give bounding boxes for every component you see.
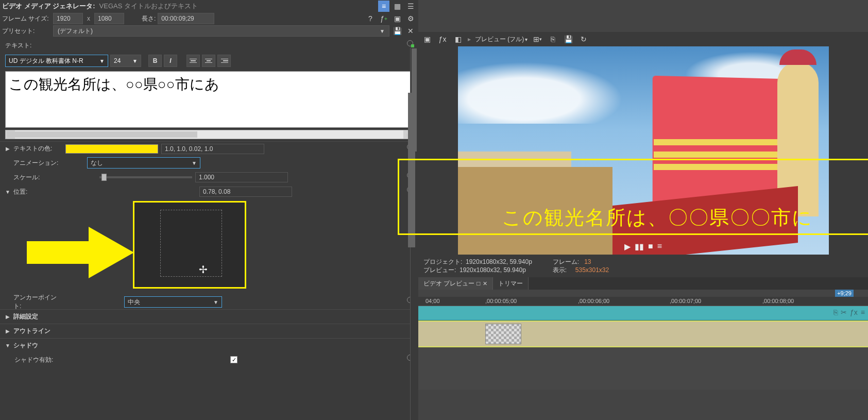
preview-label: プレビュー:	[423, 266, 456, 274]
timeline-track-header[interactable]: ⎘ ✂ ƒx ≡	[418, 306, 868, 321]
preview-info-bar: プロジェクト: 1920x1080x32, 59.940p プレビュー: 192…	[418, 255, 868, 277]
shadow-enable-row: シャドウ有効: ✓	[0, 352, 418, 367]
event-thumbnail	[485, 324, 521, 344]
play-icon[interactable]: ▶	[624, 242, 631, 251]
grid-icon[interactable]: ⊞ ▾	[532, 33, 543, 45]
timeline-marker-bar: +9;29	[418, 290, 868, 297]
preset-label: プリセット:	[2, 27, 51, 36]
bold-button[interactable]: B	[148, 55, 162, 67]
anchor-dropdown[interactable]: 中央 ▼	[124, 296, 222, 308]
split-icon[interactable]: ◧	[452, 33, 464, 45]
view-tree-icon[interactable]: ☰	[405, 1, 416, 12]
position-row: ▼ 位置: 0.78, 0.08	[0, 184, 418, 199]
expand-icon[interactable]: ▶	[5, 146, 10, 152]
preset-dropdown[interactable]: (デフォルト) ▼	[53, 25, 389, 37]
frame-width-input[interactable]	[53, 13, 83, 24]
text-color-label: テキストの色:	[13, 144, 62, 153]
frame-height-input[interactable]	[94, 13, 124, 24]
fx-icon[interactable]: ƒ+	[378, 13, 389, 24]
animate-toggle-text[interactable]	[407, 40, 413, 46]
outline-label: アウトライン	[13, 327, 62, 335]
text-content: この観光名所は、○○県○○市にあ	[9, 76, 219, 92]
close-icon[interactable]: ✕	[483, 280, 487, 287]
pause-icon[interactable]: ▮▮	[635, 242, 644, 251]
help-icon[interactable]: ?	[365, 13, 376, 24]
expand-icon[interactable]: ▶	[5, 314, 10, 320]
stop-icon[interactable]: ■	[648, 242, 653, 251]
align-center-button[interactable]	[202, 55, 215, 67]
collapse-icon[interactable]: ▼	[5, 343, 10, 348]
align-right-button[interactable]	[217, 55, 231, 67]
expand-icon[interactable]: ▶	[5, 328, 10, 334]
tab-trimmer[interactable]: トリマー	[493, 277, 529, 290]
region-icon[interactable]: ▣	[392, 13, 403, 24]
animation-row: アニメーション: なし ▼	[0, 156, 418, 170]
slider-thumb[interactable]	[101, 174, 107, 181]
advanced-section-header[interactable]: ▶ 詳細設定	[0, 309, 418, 324]
ruler-tick: ,00:00:05;00	[485, 298, 517, 304]
timeline-event[interactable]	[418, 321, 868, 347]
align-left-button[interactable]	[186, 55, 200, 67]
scroll-thumb[interactable]	[7, 131, 197, 138]
view-list-icon[interactable]: ≡	[378, 1, 389, 12]
collapse-icon[interactable]: ▼	[5, 189, 10, 195]
save-preset-icon[interactable]: 💾	[392, 25, 403, 37]
text-color-rgba[interactable]: 1.0, 1.0, 0.02, 1.0	[161, 144, 264, 154]
font-dropdown[interactable]: UD デジタル 教科書体 N-R ▼	[5, 55, 108, 67]
fx-icon[interactable]: ƒx	[437, 33, 448, 45]
preset-value: (デフォルト)	[58, 27, 93, 36]
properties-body: テキスト: UD デジタル 教科書体 N-R ▼ 24 ▼ B I この観光名所…	[0, 37, 418, 368]
track-fx2-icon[interactable]: ƒx	[850, 308, 858, 316]
splitter-handle[interactable]	[408, 93, 415, 247]
position-canvas-wrap: ✢	[5, 201, 418, 292]
timeline-ruler[interactable]: 04;00 ,00:00:05;00 ,00:00:06;00 ,00:00:0…	[418, 297, 868, 306]
text-format-toolbar: UD デジタル 教科書体 N-R ▼ 24 ▼ B I	[0, 53, 418, 69]
italic-button[interactable]: I	[164, 55, 177, 67]
shadow-section-header[interactable]: ▼ シャドウ	[0, 338, 418, 352]
text-color-row: ▶ テキストの色: 1.0, 1.0, 0.02, 1.0	[0, 141, 418, 156]
frame-label: フレーム:	[553, 258, 579, 265]
project-value: 1920x1080x32, 59.940p	[466, 258, 532, 265]
scale-slider[interactable]	[99, 172, 192, 182]
position-value[interactable]: 0.78, 0.08	[199, 187, 292, 197]
ruler-tick: 04;00	[426, 298, 440, 304]
copy-icon[interactable]: ⎘	[547, 33, 558, 45]
text-hscrollbar[interactable]: ◀ ▶	[5, 130, 413, 139]
cursor-time-marker[interactable]: +9;29	[835, 290, 854, 297]
position-label: 位置:	[13, 188, 62, 196]
gear-icon[interactable]: ⚙	[405, 13, 416, 24]
scale-label: スケール:	[13, 173, 62, 182]
position-safe-area	[160, 210, 222, 277]
delete-preset-icon[interactable]: ✕	[405, 25, 416, 37]
position-crosshair-icon[interactable]: ✢	[199, 263, 208, 276]
menu-icon[interactable]: ≡	[657, 242, 662, 251]
text-section-header: テキスト:	[0, 38, 418, 53]
preview-top-spacer	[418, 0, 868, 32]
refresh-icon[interactable]: ↻	[578, 33, 589, 45]
outline-section-header[interactable]: ▶ アウトライン	[0, 324, 418, 338]
x-separator: x	[85, 15, 92, 22]
save-snapshot-icon[interactable]: 💾	[563, 33, 574, 45]
text-content-area[interactable]: この観光名所は、○○県○○市にあ	[5, 71, 413, 128]
track-crop-icon[interactable]: ✂	[841, 308, 847, 316]
tab-video-preview[interactable]: ビデオ プレビュー □ ✕	[418, 277, 493, 290]
track-fx-icon[interactable]: ⎘	[833, 308, 838, 316]
track-menu-icon[interactable]: ≡	[861, 308, 865, 316]
animation-dropdown[interactable]: なし ▼	[87, 157, 200, 169]
position-canvas[interactable]: ✢	[133, 201, 246, 289]
preview-tool-icon[interactable]: ▣	[421, 33, 433, 45]
pin-icon[interactable]: □	[476, 280, 480, 287]
preview-quality-dropdown[interactable]: プレビュー (フル) ▾	[475, 35, 527, 44]
panel-title: ビデオ メディア ジェネレータ:	[2, 2, 95, 11]
font-size-dropdown[interactable]: 24 ▼	[110, 55, 141, 67]
header-row-preset: プリセット: (デフォルト) ▼ 💾 ✕	[0, 25, 418, 37]
length-input[interactable]	[158, 13, 214, 24]
preview-toolbar: ▣ ƒx ◧ ▸ プレビュー (フル) ▾ ⊞ ▾ ⎘ 💾 ↻	[418, 32, 868, 46]
frame-size-label: フレーム サイズ:	[2, 14, 51, 23]
font-size-value: 24	[114, 57, 121, 64]
scale-value[interactable]: 1.000	[195, 172, 288, 182]
view-grid-icon[interactable]: ▦	[392, 1, 403, 12]
shadow-label: シャドウ	[13, 341, 62, 350]
text-color-swatch[interactable]	[65, 144, 158, 154]
shadow-enable-checkbox[interactable]: ✓	[230, 356, 237, 363]
